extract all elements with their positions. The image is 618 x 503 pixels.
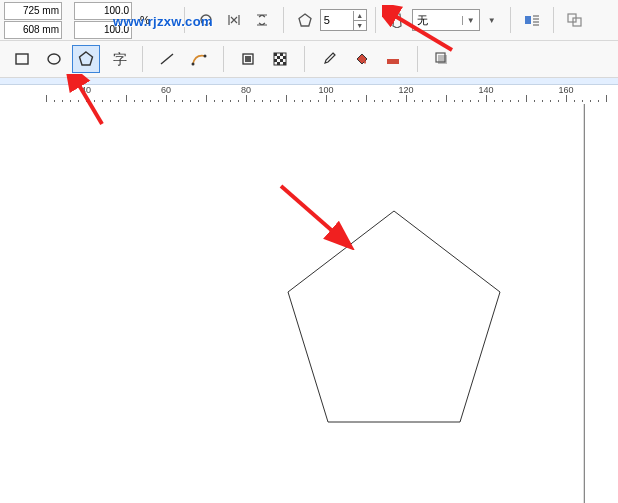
ruler-label: 60 xyxy=(161,85,171,95)
svg-rect-6 xyxy=(16,54,28,64)
chevron-down-icon: ▼ xyxy=(488,16,496,25)
page-boundary xyxy=(584,104,618,503)
ruler-label: 80 xyxy=(241,85,251,95)
svg-rect-17 xyxy=(277,56,280,59)
sides-spinner[interactable]: ▲ ▼ xyxy=(353,11,366,30)
combine-icon[interactable] xyxy=(562,7,588,33)
polygon-icon xyxy=(292,7,318,33)
svg-rect-3 xyxy=(525,16,531,24)
svg-point-1 xyxy=(205,19,207,21)
svg-point-10 xyxy=(192,63,195,66)
svg-rect-13 xyxy=(245,56,251,62)
svg-rect-21 xyxy=(277,62,280,65)
ruler-label: 40 xyxy=(81,85,91,95)
svg-marker-2 xyxy=(299,14,311,26)
scale-x-input[interactable] xyxy=(74,2,132,20)
svg-rect-25 xyxy=(438,55,447,64)
position-fields xyxy=(4,2,62,39)
crop-tool[interactable] xyxy=(234,45,262,73)
separator xyxy=(553,7,554,33)
svg-point-7 xyxy=(48,54,60,64)
scale-fields xyxy=(74,2,132,39)
svg-rect-18 xyxy=(283,56,286,59)
line-tool[interactable] xyxy=(153,45,181,73)
outline-style-dropdown[interactable]: ▼ xyxy=(482,7,502,33)
separator xyxy=(184,7,185,33)
fill-tool[interactable] xyxy=(347,45,375,73)
svg-marker-8 xyxy=(80,52,93,65)
ruler-label: 140 xyxy=(478,85,493,95)
shape-toolbar: 字 xyxy=(0,41,618,78)
svg-rect-19 xyxy=(274,59,277,62)
separator xyxy=(142,46,143,72)
polygon-sides-input[interactable] xyxy=(321,14,353,26)
ruler-label: 120 xyxy=(398,85,413,95)
y-position-input[interactable] xyxy=(4,21,62,39)
spinner-up-icon[interactable]: ▲ xyxy=(353,11,366,21)
text-wrap-icon[interactable] xyxy=(519,7,545,33)
svg-rect-20 xyxy=(280,59,283,62)
vertical-ruler xyxy=(0,102,21,503)
svg-rect-16 xyxy=(280,53,283,56)
separator xyxy=(283,7,284,33)
svg-point-11 xyxy=(204,55,207,58)
ellipse-tool[interactable] xyxy=(40,45,68,73)
ruler-label: 100 xyxy=(318,85,333,95)
ruler-label: 160 xyxy=(558,85,573,95)
chevron-down-icon: ▼ xyxy=(462,16,475,25)
separator xyxy=(375,7,376,33)
separator xyxy=(223,46,224,72)
strip xyxy=(0,78,618,85)
shadow-tool[interactable] xyxy=(428,45,456,73)
svg-rect-22 xyxy=(283,62,286,65)
polygon-sides-field[interactable]: ▲ ▼ xyxy=(320,9,367,31)
outline-width-dropdown[interactable]: 无 ▼ xyxy=(412,9,480,31)
separator xyxy=(304,46,305,72)
transparency-tool[interactable] xyxy=(379,45,407,73)
separator xyxy=(510,7,511,33)
rectangle-tool[interactable] xyxy=(8,45,36,73)
pentagon-shape[interactable] xyxy=(284,207,504,437)
svg-rect-23 xyxy=(387,59,399,64)
rotation-icon[interactable] xyxy=(193,7,219,33)
outline-width-label: 无 xyxy=(417,13,428,28)
mirror-vertical-icon[interactable] xyxy=(249,7,275,33)
percent-label: % xyxy=(136,14,154,26)
outline-pen-icon[interactable] xyxy=(384,7,410,33)
spinner-down-icon[interactable]: ▼ xyxy=(353,21,366,30)
drawing-canvas[interactable] xyxy=(20,102,618,503)
separator xyxy=(417,46,418,72)
eyedropper-tool[interactable] xyxy=(315,45,343,73)
scale-y-input[interactable] xyxy=(74,21,132,39)
svg-marker-27 xyxy=(288,211,500,422)
pattern-tool[interactable] xyxy=(266,45,294,73)
mirror-horizontal-icon[interactable] xyxy=(221,7,247,33)
svg-text:字: 字 xyxy=(113,52,127,67)
curve-tool[interactable] xyxy=(185,45,213,73)
x-position-input[interactable] xyxy=(4,2,62,20)
svg-rect-15 xyxy=(274,53,277,56)
property-bar: % ▲ ▼ 无 ▼ ▼ xyxy=(0,0,618,41)
polygon-tool[interactable] xyxy=(72,45,100,73)
text-tool[interactable]: 字 xyxy=(104,45,132,73)
